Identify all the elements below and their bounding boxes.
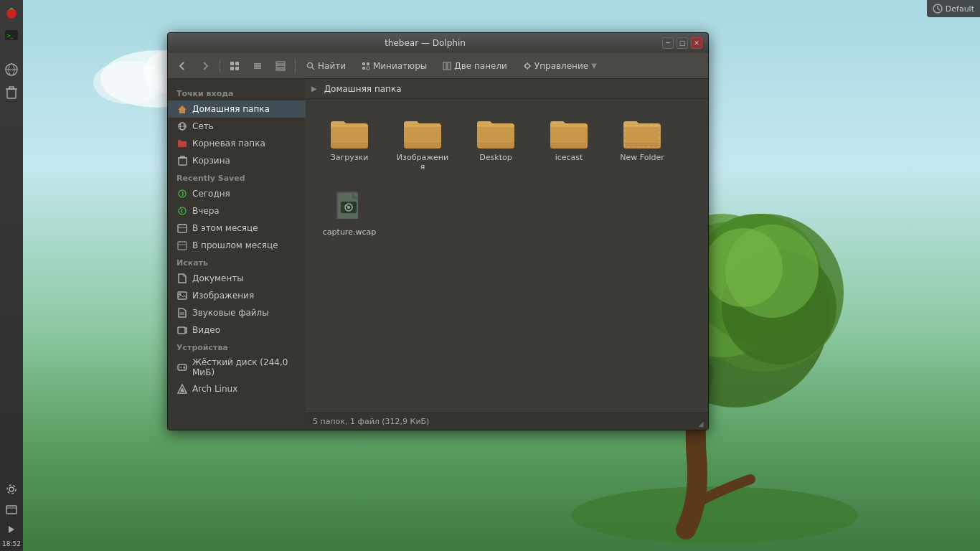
svg-rect-42 — [362, 67, 365, 70]
content-area: Точки входа Домашняя папка Сеть Корневая… — [168, 79, 708, 430]
svg-rect-36 — [276, 65, 285, 67]
browser-icon[interactable] — [2, 60, 21, 79]
strawberry-icon[interactable] — [2, 3, 21, 22]
file-item-name: icecast — [555, 153, 583, 162]
minimize-button[interactable]: ─ — [662, 37, 674, 49]
list-view-button[interactable] — [248, 56, 268, 76]
sidebar-audio-label: Звуковые файлы — [192, 308, 269, 318]
svg-rect-41 — [367, 62, 369, 65]
home-icon — [176, 103, 188, 115]
status-bar: 5 папок, 1 файл (312,9 КиБ) ◢ — [306, 413, 708, 430]
sidebar-item-hdd[interactable]: Жёсткий диск (244,0 МиБ) — [168, 354, 306, 380]
settings-icon[interactable] — [2, 480, 21, 499]
window-controls: ─ □ ✕ — [662, 37, 702, 49]
split-pane-button[interactable]: Две панели — [436, 56, 514, 76]
svg-point-10 — [93, 61, 165, 104]
thumbnails-button[interactable]: Миниатюры — [355, 56, 433, 76]
toolbar-separator-2 — [295, 59, 296, 73]
manage-button[interactable]: Управление ▼ — [517, 56, 603, 76]
section-label-recent: Recently Saved — [168, 169, 306, 185]
file-grid: Загрузки Изображения — [306, 99, 708, 413]
list-item[interactable]: Загрузки — [317, 110, 382, 176]
forward-button[interactable] — [195, 56, 215, 76]
sidebar-trash-label: Корзина — [192, 156, 230, 166]
taskbar-bottom: 18:52 — [0, 465, 23, 551]
back-button[interactable] — [172, 56, 192, 76]
section-label-places: Точки входа — [168, 85, 306, 100]
svg-rect-17 — [7, 89, 16, 98]
sidebar-item-trash[interactable]: Корзина — [168, 152, 306, 169]
list-item[interactable]: capture.wcap — [317, 185, 382, 242]
section-label-devices: Устройства — [168, 339, 306, 354]
svg-rect-31 — [235, 67, 239, 70]
maximize-button[interactable]: □ — [677, 37, 688, 49]
resize-handle[interactable]: ◢ — [698, 420, 707, 428]
list-item[interactable]: Изображения — [390, 110, 455, 176]
svg-rect-57 — [181, 156, 184, 158]
sidebar-yesterday-label: Вчера — [192, 206, 220, 216]
breadcrumb-bar: ▶ Домашняя папка — [306, 79, 708, 99]
close-button[interactable]: ✕ — [691, 37, 702, 49]
svg-rect-43 — [367, 67, 369, 70]
sidebar-item-network[interactable]: Сеть — [168, 118, 306, 135]
breadcrumb-home[interactable]: Домашняя папка — [320, 83, 406, 95]
trash-icon[interactable] — [2, 83, 21, 102]
sidebar-item-audio[interactable]: Звуковые файлы — [168, 304, 306, 321]
svg-line-39 — [312, 67, 314, 70]
sidebar-item-root[interactable]: Корневая папка — [168, 135, 306, 152]
svg-rect-30 — [230, 67, 234, 70]
sidebar-docs-label: Документы — [192, 273, 244, 283]
sidebar-item-last-month[interactable]: В прошлом месяце — [168, 237, 306, 254]
toolbar: Найти Миниатюры Две панели Управление ▼ — [168, 53, 708, 79]
last-month-icon — [176, 240, 188, 251]
folder-icon — [622, 116, 662, 150]
archlinux-icon — [176, 383, 188, 395]
sidebar-images-label: Изображения — [192, 291, 254, 301]
svg-line-27 — [938, 9, 940, 10]
clock-icon — [933, 4, 943, 14]
sidebar-today-label: Сегодня — [192, 189, 230, 199]
svg-rect-22 — [6, 506, 17, 514]
sidebar-item-home[interactable]: Домашняя папка — [168, 100, 306, 118]
svg-point-59 — [179, 207, 186, 215]
terminal-icon[interactable]: >_ — [2, 26, 21, 44]
icon-view-button[interactable] — [225, 56, 245, 76]
detail-view-button[interactable] — [270, 56, 291, 76]
svg-rect-55 — [179, 158, 187, 165]
file-item-name: Загрузки — [331, 153, 369, 162]
sidebar-item-documents[interactable]: Документы — [168, 270, 306, 287]
sidebar-this-month-label: В этом месяце — [192, 223, 258, 233]
profile-label: Default — [946, 4, 974, 14]
list-item[interactable]: icecast — [537, 110, 601, 176]
file-item-name: Изображения — [395, 153, 450, 171]
sidebar-item-today[interactable]: Сегодня — [168, 185, 306, 202]
folder-icon — [549, 116, 589, 150]
sidebar-item-video[interactable]: Видео — [168, 321, 306, 339]
svg-marker-51 — [178, 105, 187, 113]
svg-point-20 — [9, 487, 14, 491]
breadcrumb-arrow: ▶ — [311, 85, 317, 93]
sidebar-item-yesterday[interactable]: Вчера — [168, 202, 306, 220]
files-icon[interactable] — [2, 500, 21, 519]
find-button[interactable]: Найти — [300, 56, 352, 76]
sidebar-item-images[interactable]: Изображения — [168, 287, 306, 304]
svg-point-7 — [704, 228, 783, 307]
sidebar-network-label: Сеть — [192, 121, 214, 131]
svg-rect-45 — [448, 62, 451, 70]
root-folder-icon — [176, 138, 188, 149]
svg-rect-35 — [276, 62, 285, 64]
sidebar-item-this-month[interactable]: В этом месяце — [168, 220, 306, 237]
sidebar-home-label: Домашняя папка — [192, 104, 270, 114]
sidebar-item-archlinux[interactable]: Arch Linux — [168, 380, 306, 397]
window-title: thebear — Dolphin — [188, 38, 662, 48]
svg-text:>_: >_ — [6, 33, 14, 39]
play-icon[interactable] — [2, 520, 21, 539]
file-view: ▶ Домашняя папка Загрузки — [306, 79, 708, 430]
video-icon — [176, 324, 188, 336]
svg-point-74 — [184, 367, 186, 369]
sidebar-root-label: Корневая папка — [192, 138, 265, 149]
list-item[interactable]: Desktop — [463, 110, 528, 176]
dolphin-window: thebear — Dolphin ─ □ ✕ Найти — [167, 32, 709, 430]
list-item[interactable]: New Folder — [610, 110, 674, 176]
svg-rect-29 — [235, 62, 239, 65]
